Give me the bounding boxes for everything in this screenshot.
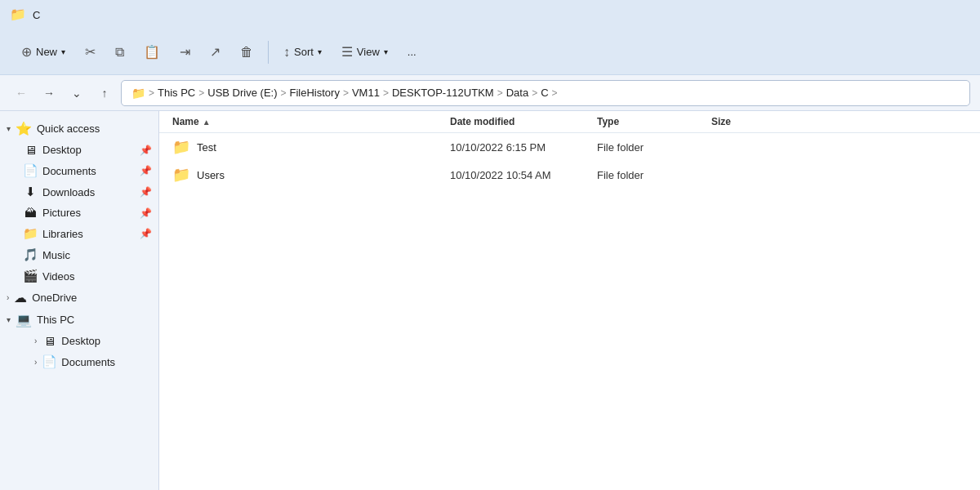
- sidebar-item-thispc-documents[interactable]: › 📄 Documents: [0, 351, 158, 372]
- window-title: C: [33, 9, 40, 21]
- sidebar-item-downloads[interactable]: ⬇ Downloads 📌: [0, 181, 158, 203]
- sort-label: Sort: [294, 46, 314, 58]
- nav-bar: ← → ⌄ ↑ 📁 > This PC > USB Drive (E:) > F…: [0, 75, 980, 111]
- column-name-sort-icon: ▲: [203, 118, 211, 127]
- sidebar-item-pictures[interactable]: 🏔 Pictures 📌: [0, 203, 158, 223]
- file-area: Name ▲ Date modified Type Size 📁 Test 10…: [159, 111, 980, 490]
- column-size-label: Size: [711, 116, 731, 127]
- view-chevron-icon: ▾: [384, 47, 388, 56]
- sidebar: ▾ ⭐ Quick access 🖥 Desktop 📌 📄 Documents…: [0, 111, 159, 490]
- libraries-pin-icon: 📌: [140, 228, 152, 239]
- sidebar-thispc-label: This PC: [37, 314, 74, 326]
- file-type-test: File folder: [597, 141, 711, 154]
- breadcrumb-desktop[interactable]: DESKTOP-112UTKM: [392, 87, 494, 99]
- sidebar-downloads-label: Downloads: [42, 186, 95, 198]
- downloads-icon: ⬇: [23, 185, 38, 199]
- thispc-desktop-chevron-icon: ›: [34, 336, 37, 345]
- column-name[interactable]: Name ▲: [172, 116, 450, 127]
- file-name-test: 📁 Test: [172, 138, 450, 156]
- sidebar-documents-label: Documents: [42, 165, 96, 177]
- forward-button[interactable]: →: [38, 82, 60, 105]
- view-button[interactable]: ☰ View ▾: [333, 39, 396, 65]
- column-size[interactable]: Size: [711, 116, 793, 127]
- delete-icon: 🗑: [240, 45, 253, 60]
- file-date-users: 10/10/2022 10:54 AM: [450, 169, 597, 181]
- delete-button[interactable]: 🗑: [232, 40, 261, 65]
- move-icon: ⇥: [180, 44, 190, 60]
- table-row[interactable]: 📁 Users 10/10/2022 10:54 AM File folder: [159, 161, 980, 189]
- file-date-test: 10/10/2022 6:15 PM: [450, 141, 597, 154]
- documents-pin-icon: 📌: [140, 165, 152, 176]
- file-type-users: File folder: [597, 169, 711, 181]
- sidebar-thispc-documents-label: Documents: [61, 356, 115, 368]
- new-button[interactable]: ⊕ New ▾: [13, 39, 74, 65]
- column-type[interactable]: Type: [597, 116, 711, 127]
- thispc-desktop-icon: 🖥: [42, 334, 56, 348]
- sidebar-item-music[interactable]: 🎵 Music: [0, 244, 158, 265]
- thispc-documents-icon: 📄: [42, 354, 56, 369]
- thispc-documents-chevron-icon: ›: [34, 358, 37, 367]
- share-button[interactable]: ↗: [202, 39, 229, 65]
- share-icon: ↗: [210, 44, 220, 60]
- column-date[interactable]: Date modified: [450, 116, 597, 127]
- breadcrumb-sep-6: >: [532, 87, 537, 99]
- quick-access-star-icon: ⭐: [16, 121, 32, 136]
- sidebar-quick-access-header[interactable]: ▾ ⭐ Quick access: [0, 118, 158, 140]
- cut-button[interactable]: ✂: [77, 39, 104, 65]
- breadcrumb-sep-7: >: [552, 87, 558, 99]
- quick-access-chevron-icon: ▾: [7, 124, 11, 133]
- sidebar-pictures-label: Pictures: [42, 207, 81, 219]
- breadcrumb-this-pc[interactable]: This PC: [158, 87, 195, 99]
- sidebar-desktop-label: Desktop: [42, 144, 82, 156]
- desktop-icon: 🖥: [23, 143, 38, 157]
- address-bar[interactable]: 📁 > This PC > USB Drive (E:) > FileHisto…: [121, 80, 970, 106]
- breadcrumb-vm11[interactable]: VM11: [352, 87, 380, 99]
- breadcrumb-sep-0: >: [149, 87, 154, 99]
- window-icon: 📁: [10, 7, 26, 23]
- new-label: New: [36, 46, 57, 58]
- breadcrumb-data[interactable]: Data: [506, 87, 528, 99]
- toolbar: ⊕ New ▾ ✂ ⧉ 📋 ⇥ ↗ 🗑 ↕ Sort ▾ ☰ View ▾ ..…: [0, 29, 980, 75]
- sidebar-item-desktop[interactable]: 🖥 Desktop 📌: [0, 140, 158, 160]
- breadcrumb-c[interactable]: C: [541, 87, 548, 99]
- breadcrumb-filehistory[interactable]: FileHistory: [290, 87, 340, 99]
- downloads-pin-icon: 📌: [140, 186, 152, 198]
- folder-icon-users: 📁: [172, 166, 190, 184]
- sidebar-item-libraries[interactable]: 📁 Libraries 📌: [0, 223, 158, 244]
- videos-icon: 🎬: [23, 269, 38, 283]
- sidebar-item-documents[interactable]: 📄 Documents 📌: [0, 160, 158, 181]
- breadcrumb-sep-3: >: [343, 87, 349, 99]
- sort-button[interactable]: ↕ Sort ▾: [275, 40, 330, 65]
- music-icon: 🎵: [23, 247, 38, 262]
- dropdown-button[interactable]: ⌄: [65, 82, 88, 105]
- up-button[interactable]: ↑: [93, 82, 116, 105]
- paste-icon: 📋: [144, 44, 160, 60]
- breadcrumb-usb-drive[interactable]: USB Drive (E:): [207, 87, 277, 99]
- sidebar-onedrive-header[interactable]: › ☁ OneDrive: [0, 287, 158, 309]
- file-name-test-label: Test: [197, 141, 216, 154]
- file-name-users-label: Users: [197, 169, 225, 181]
- thispc-icon: 💻: [16, 312, 32, 327]
- sort-icon: ↕: [283, 45, 290, 60]
- back-button[interactable]: ←: [10, 82, 33, 105]
- copy-button[interactable]: ⧉: [107, 40, 132, 65]
- new-chevron-icon: ▾: [61, 47, 65, 56]
- onedrive-chevron-icon: ›: [7, 293, 9, 302]
- view-label: View: [357, 46, 380, 58]
- folder-icon-test: 📁: [172, 138, 190, 156]
- more-button[interactable]: ...: [399, 41, 425, 63]
- sidebar-item-thispc-desktop[interactable]: › 🖥 Desktop: [0, 331, 158, 351]
- toolbar-separator: [268, 41, 269, 64]
- sidebar-thispc-desktop-label: Desktop: [61, 335, 100, 347]
- more-label: ...: [408, 46, 416, 58]
- sidebar-thispc-header[interactable]: ▾ 💻 This PC: [0, 309, 158, 331]
- file-list-header: Name ▲ Date modified Type Size: [159, 111, 980, 133]
- onedrive-icon: ☁: [14, 290, 27, 305]
- paste-button[interactable]: 📋: [136, 39, 168, 65]
- sort-chevron-icon: ▾: [318, 47, 322, 56]
- sidebar-item-videos[interactable]: 🎬 Videos: [0, 265, 158, 287]
- table-row[interactable]: 📁 Test 10/10/2022 6:15 PM File folder: [159, 133, 980, 161]
- move-button[interactable]: ⇥: [172, 39, 198, 65]
- new-icon: ⊕: [21, 44, 32, 60]
- pictures-pin-icon: 📌: [140, 207, 152, 219]
